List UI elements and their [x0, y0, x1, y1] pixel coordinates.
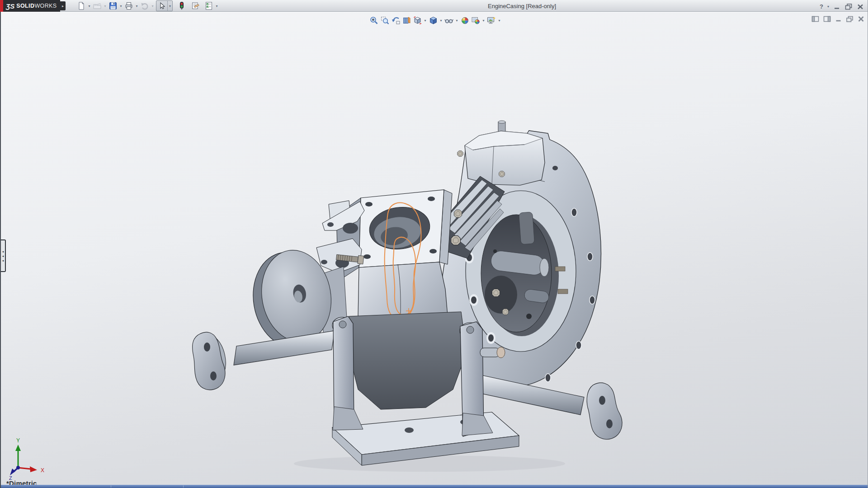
- left-mount-rod: [193, 331, 335, 390]
- floor-shadow: [294, 455, 565, 472]
- triad-x-label: X: [41, 467, 44, 474]
- graphics-viewport[interactable]: ▾ ▾ ▾: [1, 12, 868, 485]
- reference-triad: Y X Z: [9, 437, 44, 481]
- status-bar-separator: [111, 485, 111, 488]
- crankcase-underbody: [349, 312, 467, 409]
- mount-pin: [480, 347, 505, 358]
- engine-casing-model[interactable]: Y X Z: [0, 0, 868, 488]
- status-bar: [1, 485, 868, 488]
- solidworks-window: ƷS SOLIDWORKS ▸ ▾ ▾: [0, 0, 868, 488]
- triad-y-label: Y: [16, 437, 20, 444]
- status-bar-separator: [183, 485, 184, 488]
